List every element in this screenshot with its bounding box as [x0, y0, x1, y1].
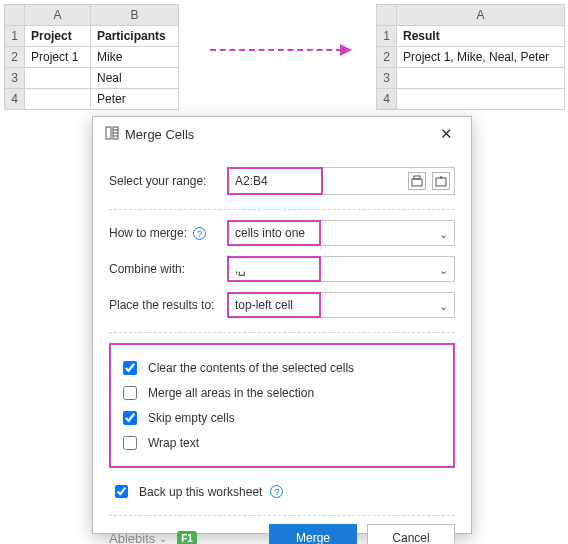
row-header-2-r[interactable]: 2	[377, 47, 397, 68]
f1-help-button[interactable]: F1	[177, 531, 197, 545]
cell-a2-r[interactable]: Project 1, Mike, Neal, Peter	[397, 47, 565, 68]
merge-icon	[105, 126, 119, 143]
chevron-down-icon: ⌄	[439, 300, 448, 313]
help-icon[interactable]: ?	[270, 485, 283, 498]
cell-a1-r[interactable]: Result	[397, 26, 565, 47]
row-header-2[interactable]: 2	[5, 47, 25, 68]
place-results-select[interactable]: top-left cell ⌄	[227, 292, 455, 318]
combine-label: Combine with:	[109, 262, 227, 276]
corner-cell-r	[377, 5, 397, 26]
col-header-a-r[interactable]: A	[397, 5, 565, 26]
dialog-title: Merge Cells	[125, 127, 194, 142]
cell-b1[interactable]: Participants	[91, 26, 179, 47]
place-value: top-left cell	[227, 292, 321, 318]
cancel-button[interactable]: Cancel	[367, 524, 455, 544]
row-header-3-r[interactable]: 3	[377, 68, 397, 89]
merge-button[interactable]: Merge	[269, 524, 357, 544]
svg-rect-6	[414, 176, 420, 179]
svg-rect-0	[106, 127, 111, 139]
brand-link[interactable]: Ablebits ⌄	[109, 531, 167, 545]
merge-areas-checkbox[interactable]: Merge all areas in the selection	[119, 383, 445, 403]
clear-contents-checkbox[interactable]: Clear the contents of the selected cells	[119, 358, 445, 378]
options-group: Clear the contents of the selected cells…	[109, 343, 455, 468]
backup-checkbox[interactable]: Back up this worksheet ?	[111, 482, 453, 501]
col-header-a[interactable]: A	[25, 5, 91, 26]
corner-cell	[5, 5, 25, 26]
close-button[interactable]: ✕	[434, 123, 459, 145]
combine-value: ,␣	[227, 256, 321, 282]
row-header-1[interactable]: 1	[5, 26, 25, 47]
cell-a2[interactable]: Project 1	[25, 47, 91, 68]
chevron-down-icon: ⌄	[159, 533, 167, 544]
row-header-1-r[interactable]: 1	[377, 26, 397, 47]
expand-range-button[interactable]	[432, 172, 450, 190]
range-label: Select your range:	[109, 174, 227, 188]
result-table: A 1 Result 2 Project 1, Mike, Neal, Pete…	[376, 4, 565, 110]
merge-cells-dialog: Merge Cells ✕ Select your range: A2:B4	[92, 116, 472, 534]
cell-a3[interactable]	[25, 68, 91, 89]
svg-rect-5	[412, 179, 422, 186]
cell-a1[interactable]: Project	[25, 26, 91, 47]
source-table: A B 1 Project Participants 2 Project 1 M…	[4, 4, 179, 110]
wrap-text-checkbox[interactable]: Wrap text	[119, 433, 445, 453]
collapse-range-button[interactable]	[408, 172, 426, 190]
range-input-wrap: A2:B4	[227, 167, 455, 195]
help-icon[interactable]: ?	[193, 227, 206, 240]
svg-rect-7	[436, 178, 446, 186]
cell-a4-r[interactable]	[397, 89, 565, 110]
how-to-merge-select[interactable]: cells into one ⌄	[227, 220, 455, 246]
how-value: cells into one	[227, 220, 321, 246]
cell-b2[interactable]: Mike	[91, 47, 179, 68]
how-label: How to merge:	[109, 226, 187, 240]
cell-a3-r[interactable]	[397, 68, 565, 89]
place-label: Place the results to:	[109, 298, 227, 312]
cell-b4[interactable]: Peter	[91, 89, 179, 110]
row-header-4[interactable]: 4	[5, 89, 25, 110]
col-header-b[interactable]: B	[91, 5, 179, 26]
arrow-icon	[210, 44, 360, 56]
skip-empty-checkbox[interactable]: Skip empty cells	[119, 408, 445, 428]
chevron-down-icon: ⌄	[439, 228, 448, 241]
chevron-down-icon: ⌄	[439, 264, 448, 277]
cell-b3[interactable]: Neal	[91, 68, 179, 89]
combine-with-select[interactable]: ,␣ ⌄	[227, 256, 455, 282]
range-input[interactable]: A2:B4	[227, 167, 323, 195]
row-header-3[interactable]: 3	[5, 68, 25, 89]
cell-a4[interactable]	[25, 89, 91, 110]
row-header-4-r[interactable]: 4	[377, 89, 397, 110]
